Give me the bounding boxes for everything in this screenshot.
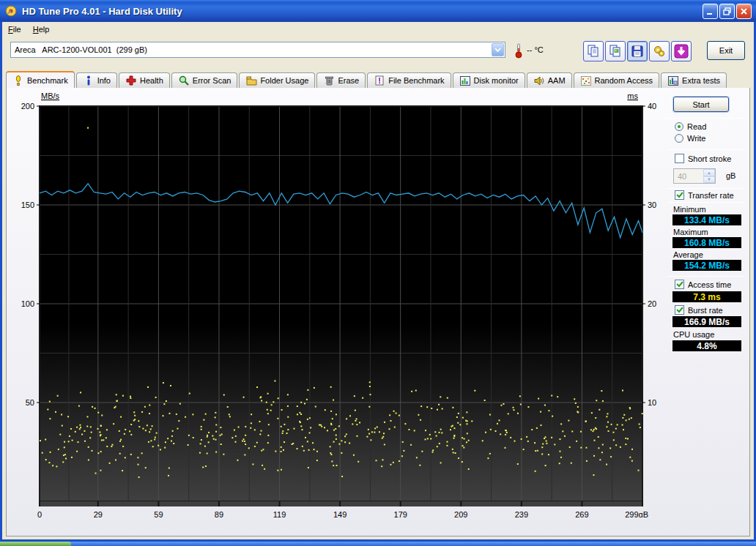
access-time-checkbox[interactable]: Access time bbox=[675, 280, 731, 289]
title-bar: HD Tune Pro 4.01 - Hard Disk Utility bbox=[0, 0, 756, 22]
window-title: HD Tune Pro 4.01 - Hard Disk Utility bbox=[22, 6, 701, 17]
close-button[interactable] bbox=[736, 4, 752, 19]
checkbox-checked-icon bbox=[675, 190, 684, 200]
checkbox-unchecked-icon bbox=[675, 154, 684, 163]
gear-icon bbox=[653, 45, 666, 58]
download-icon bbox=[674, 44, 689, 59]
svg-text:100: 100 bbox=[21, 299, 34, 308]
svg-text:150: 150 bbox=[21, 201, 34, 209]
tab-health[interactable]: Health bbox=[119, 72, 170, 88]
svg-text:209: 209 bbox=[454, 510, 467, 517]
tab-label: Benchmark bbox=[27, 76, 68, 85]
extra-tests-icon bbox=[667, 75, 679, 86]
svg-text:89: 89 bbox=[215, 510, 223, 517]
tab-strip: Benchmark Info Health Error Scan Folder … bbox=[6, 71, 750, 88]
bar-chart-icon bbox=[459, 75, 471, 86]
tab-label: Disk monitor bbox=[474, 76, 519, 85]
download-button[interactable] bbox=[671, 41, 692, 61]
tab-aam[interactable]: AAM bbox=[527, 72, 572, 88]
maximum-value: 160.8 MB/s bbox=[672, 237, 741, 248]
burst-rate-checkbox[interactable]: Burst rate bbox=[675, 305, 723, 315]
toolbar: Areca ARC-1200-VOL001 (299 gB) -- °C bbox=[2, 37, 754, 69]
trash-icon bbox=[323, 75, 335, 86]
speaker-icon bbox=[533, 75, 545, 86]
start-label: Start bbox=[692, 100, 709, 109]
read-label: Read bbox=[687, 122, 706, 131]
scatter-icon bbox=[580, 75, 592, 86]
write-radio[interactable]: Write bbox=[675, 134, 705, 143]
magnifier-icon bbox=[178, 75, 190, 86]
separator bbox=[667, 188, 745, 189]
tab-file-benchmark[interactable]: File Benchmark bbox=[367, 72, 451, 88]
tab-label: Info bbox=[97, 76, 111, 85]
tab-label: Folder Usage bbox=[260, 76, 308, 85]
spinner-up-icon[interactable]: ▲ bbox=[703, 169, 715, 176]
radio-icon bbox=[675, 134, 683, 143]
start-menu-button-fragment[interactable] bbox=[0, 542, 71, 546]
tab-random-access[interactable]: Random Access bbox=[574, 72, 659, 88]
menu-bar: File Help bbox=[2, 22, 754, 37]
options-button[interactable] bbox=[649, 41, 670, 61]
copy-image-button[interactable] bbox=[605, 41, 626, 61]
transfer-rate-checkbox[interactable]: Transfer rate bbox=[675, 190, 734, 200]
chevron-down-icon[interactable] bbox=[492, 43, 504, 56]
screen: HD Tune Pro 4.01 - Hard Disk Utility Fil… bbox=[0, 0, 756, 546]
app-icon bbox=[4, 4, 18, 18]
average-label: Average bbox=[673, 250, 703, 259]
radio-selected-icon bbox=[675, 122, 683, 131]
svg-text:299gB: 299gB bbox=[625, 510, 648, 517]
burst-rate-label: Burst rate bbox=[688, 306, 723, 315]
short-stroke-size-spinner[interactable]: 40 ▲ ▼ bbox=[673, 168, 716, 184]
save-icon bbox=[631, 45, 644, 58]
copy-text-button[interactable] bbox=[583, 41, 604, 61]
svg-text:ms: ms bbox=[627, 91, 638, 100]
maximize-button[interactable] bbox=[719, 4, 735, 19]
access-time-label: Access time bbox=[688, 280, 731, 289]
minimize-button[interactable] bbox=[703, 4, 718, 19]
tab-label: Error Scan bbox=[193, 76, 231, 85]
checkbox-checked-icon bbox=[675, 280, 684, 289]
temperature-readout: -- °C bbox=[527, 45, 544, 54]
svg-text:200: 200 bbox=[21, 102, 34, 111]
svg-text:20: 20 bbox=[648, 299, 656, 308]
drive-selector-value: Areca ARC-1200-VOL001 (299 gB) bbox=[11, 45, 491, 54]
minimum-label: Minimum bbox=[673, 205, 706, 214]
tab-label: AAM bbox=[548, 76, 566, 85]
tab-disk-monitor[interactable]: Disk monitor bbox=[453, 72, 525, 88]
tab-folder-usage[interactable]: Folder Usage bbox=[239, 72, 315, 88]
access-time-value: 7.3 ms bbox=[672, 291, 741, 302]
copy-image-icon bbox=[609, 45, 622, 58]
separator bbox=[667, 149, 745, 150]
tab-erase[interactable]: Erase bbox=[316, 72, 366, 88]
write-label: Write bbox=[687, 134, 705, 143]
svg-text:MB/s: MB/s bbox=[41, 91, 60, 100]
menu-help[interactable]: Help bbox=[27, 23, 56, 35]
menu-file[interactable]: File bbox=[2, 23, 27, 35]
tab-info[interactable]: Info bbox=[76, 72, 117, 88]
save-button[interactable] bbox=[627, 41, 648, 61]
taskbar-fragment[interactable] bbox=[0, 542, 756, 546]
tab-label: File Benchmark bbox=[388, 76, 444, 85]
exit-label: Exit bbox=[719, 46, 733, 55]
cpu-usage-value: 4.8% bbox=[672, 340, 741, 351]
average-value: 154.2 MB/s bbox=[672, 260, 741, 271]
benchmark-icon bbox=[12, 75, 24, 86]
svg-text:119: 119 bbox=[273, 510, 286, 517]
exit-button[interactable]: Exit bbox=[707, 41, 745, 60]
burst-rate-value: 166.9 MB/s bbox=[672, 316, 741, 327]
start-button[interactable]: Start bbox=[673, 97, 729, 112]
minimum-value: 133.4 MB/s bbox=[672, 214, 741, 225]
tab-extra-tests[interactable]: Extra tests bbox=[661, 72, 727, 88]
tab-benchmark[interactable]: Benchmark bbox=[6, 71, 75, 88]
tab-label: Extra tests bbox=[682, 76, 720, 85]
svg-text:29: 29 bbox=[94, 510, 103, 517]
drive-selector[interactable]: Areca ARC-1200-VOL001 (299 gB) bbox=[10, 42, 505, 58]
separator bbox=[667, 202, 745, 203]
svg-text:30: 30 bbox=[648, 201, 656, 209]
read-radio[interactable]: Read bbox=[675, 122, 706, 131]
svg-text:179: 179 bbox=[394, 510, 407, 517]
maximum-label: Maximum bbox=[673, 228, 708, 236]
spinner-down-icon[interactable]: ▼ bbox=[703, 176, 715, 184]
tab-error-scan[interactable]: Error Scan bbox=[171, 72, 238, 88]
short-stroke-checkbox[interactable]: Short stroke bbox=[675, 154, 731, 163]
